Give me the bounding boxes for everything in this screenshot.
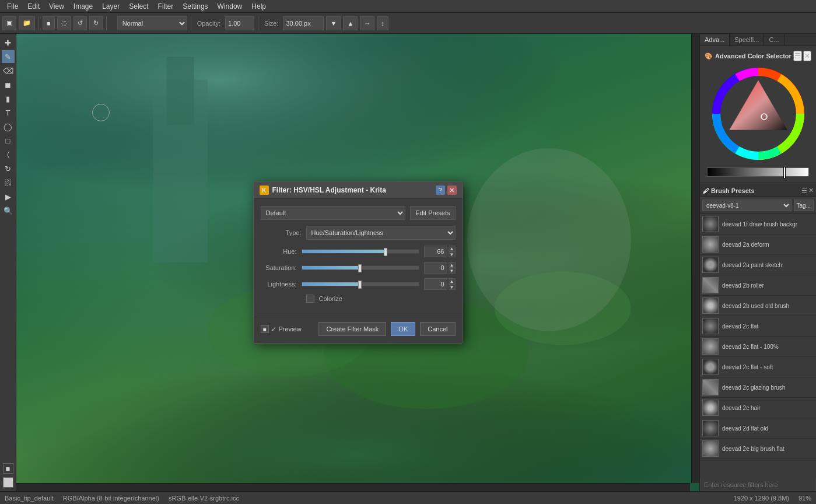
mirror-h-btn[interactable]: ↔ [360,16,374,30]
brush-preset-item[interactable]: deevad 2b used old brush [700,296,816,316]
tool-pan[interactable]: ▶ [2,190,15,203]
toolbar-tool-4[interactable]: ↻ [89,16,103,30]
color-value-bar[interactable] [707,167,809,177]
size-increase-btn[interactable]: ▲ [343,16,358,30]
create-filter-mask-btn[interactable]: Create Filter Mask [318,322,386,336]
dialog-type-select[interactable]: Hue/Saturation/Lightness HSV [306,226,456,240]
dialog-title-text: Filter: HSV/HSL Adjustment - Krita [272,186,386,194]
tool-gradient[interactable]: ▮ [2,92,15,105]
brush-preset-item[interactable]: deevad 2c flat - soft [700,357,816,377]
saturation-down-btn[interactable]: ▼ [449,268,456,274]
brush-preset-item[interactable]: deevad 2c hair [700,398,816,418]
menu-filter[interactable]: Filter [153,1,178,12]
lightness-track[interactable] [302,282,419,286]
brush-presets-settings-btn[interactable]: ☰ [801,187,807,194]
hue-up-btn[interactable]: ▲ [449,246,456,251]
brush-preset-item[interactable]: deevad 2b roller [700,275,816,296]
saturation-track[interactable] [302,265,419,270]
brush-preset-item[interactable]: deevad 2c flat [700,316,816,337]
menu-select[interactable]: Select [124,1,153,12]
tool-fg-color[interactable]: ■ [3,463,13,474]
status-brush: Basic_tip_default [5,495,54,502]
size-decrease-btn[interactable]: ▼ [326,16,341,30]
toolbar-new-btn[interactable]: ▣ [2,16,16,30]
color-selector-close-btn[interactable]: ✕ [803,51,811,61]
dialog-edit-presets-btn[interactable]: Edit Presets [410,206,455,220]
toolbar-tool-1[interactable]: ■ [43,16,55,30]
blend-mode-select[interactable]: Normal Multiply Screen [117,16,187,30]
lightness-value: 0 [424,278,447,290]
color-selector-title: 🎨 Advanced Color Selector [705,52,792,60]
tool-brush[interactable]: ✎ [2,50,15,63]
color-wheel-container[interactable] [702,62,814,165]
tool-crop[interactable]: □ [2,134,15,147]
menu-file[interactable]: File [2,1,23,12]
lightness-up-btn[interactable]: ▲ [449,278,456,284]
tool-fill[interactable]: ◼ [2,78,15,91]
tool-bg-color[interactable]: ■ [3,477,13,488]
tab-advanced[interactable]: Adva... [700,34,730,46]
size-label: Size: [262,20,281,27]
canvas-area[interactable]: K Filter: HSV/HSL Adjustment - Krita ? ✕… [16,34,699,491]
brush-preset-filter-select[interactable]: deevad-v8-1 [702,200,792,211]
hue-down-btn[interactable]: ▼ [449,251,456,257]
menu-settings[interactable]: Settings [178,1,212,12]
dialog-preset-select[interactable]: Default [261,206,406,220]
value-bar-handle[interactable] [783,167,786,178]
colorize-checkbox[interactable] [306,295,314,303]
dialog-help-btn[interactable]: ? [436,186,445,195]
toolbar-tool-2[interactable]: ◌ [57,16,71,30]
brush-preset-item[interactable]: deevad 2c flat - 100% [700,337,816,357]
brush-presets-close-btn[interactable]: ✕ [808,187,814,194]
hue-track[interactable] [302,249,419,254]
toolbar-tool-3[interactable]: ↺ [73,16,87,30]
dialog-app-icon: K [260,186,269,195]
brush-preset-thumb [702,379,719,396]
mirror-v-btn[interactable]: ↕ [377,16,388,30]
color-selector-settings-btn[interactable]: ☰ [793,51,802,61]
toolbar-open-btn[interactable]: 📁 [19,16,35,30]
tool-select[interactable]: 〈 [2,148,15,161]
tab-c[interactable]: C... [764,34,784,46]
status-zoom: 91% [799,495,811,502]
brush-preset-item[interactable]: deevad 1f draw brush backgr [700,214,816,235]
brush-preset-thumb [702,359,719,375]
size-input[interactable] [283,16,324,30]
brush-preset-item[interactable]: deevad 2d flat old [700,418,816,439]
ok-btn[interactable]: OK [391,322,415,336]
lightness-label: Lightness: [261,281,302,288]
tool-shape[interactable]: ◯ [2,120,15,133]
tool-eraser[interactable]: ⌫ [2,64,15,77]
brush-preset-name: deevad 2c flat [722,323,758,330]
tab-specific[interactable]: Specifi... [730,34,764,46]
opacity-input[interactable] [225,16,254,30]
menu-layer[interactable]: Layer [97,1,124,12]
color-wheel[interactable] [712,67,805,160]
menu-edit[interactable]: Edit [23,1,44,12]
saturation-value: 0 [424,262,447,274]
brush-preset-item[interactable]: deevad 2a deform [700,235,816,255]
lightness-down-btn[interactable]: ▼ [449,284,456,290]
cancel-btn[interactable]: Cancel [420,322,455,336]
dialog-close-btn[interactable]: ✕ [447,186,457,195]
brush-search-input[interactable] [700,478,816,491]
menu-window[interactable]: Window [213,1,247,12]
preview-checkbox[interactable]: ■ [261,325,269,333]
brush-preset-item[interactable]: deevad 2e big brush flat [700,439,816,459]
brush-preset-tag-btn[interactable]: Tag... [794,200,814,211]
saturation-up-btn[interactable]: ▲ [449,262,456,268]
brush-preset-item[interactable]: deevad 2a paint sketch [700,255,816,275]
lightness-handle[interactable] [358,281,362,289]
opacity-label: Opacity: [195,20,223,27]
menu-image[interactable]: Image [69,1,97,12]
brush-preset-item[interactable]: deevad 2c glazing brush [700,377,816,398]
menu-help[interactable]: Help [247,1,271,12]
tool-zoom[interactable]: 🔍 [2,204,15,217]
tool-picker[interactable]: ⛆ [2,176,15,189]
hue-handle[interactable] [384,248,387,256]
tool-text[interactable]: T [2,106,15,119]
tool-move[interactable]: ✚ [2,36,15,49]
saturation-handle[interactable] [358,264,362,272]
tool-transform[interactable]: ↻ [2,162,15,175]
menu-view[interactable]: View [44,1,69,12]
